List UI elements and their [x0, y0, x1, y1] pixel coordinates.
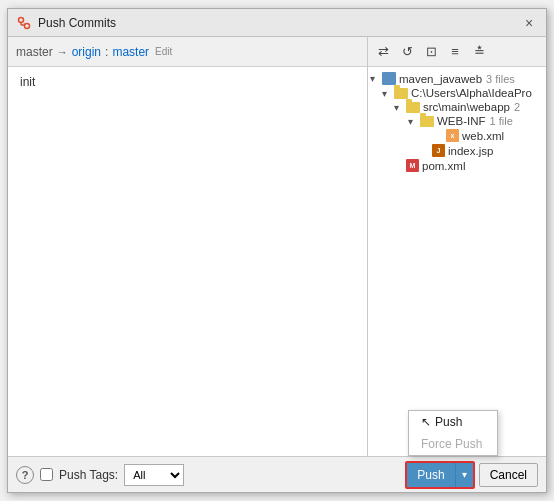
commit-item[interactable]: init [8, 71, 367, 93]
button-row: Push ▾ Cancel [405, 461, 538, 489]
commit-message: init [20, 75, 35, 89]
node-label: pom.xml [422, 160, 465, 172]
toggle-arrow: ▾ [382, 88, 394, 99]
folder-icon [394, 88, 408, 99]
node-count: 2 [514, 101, 520, 113]
title-bar: Push Commits × [8, 9, 546, 37]
node-count: 3 files [486, 73, 515, 85]
folder-icon [420, 116, 434, 127]
dialog-title: Push Commits [38, 16, 116, 30]
node-label: src\main\webapp [423, 101, 510, 113]
maven-icon: M [406, 159, 419, 172]
node-count: 1 file [490, 115, 513, 127]
main-content: master → origin : master Edit init ⇄ ↺ [8, 37, 546, 456]
cancel-button[interactable]: Cancel [479, 463, 538, 487]
filter-icon: ≛ [474, 44, 485, 59]
toggle-arrow: ▾ [370, 73, 382, 84]
tree-node-pomxml[interactable]: M pom.xml [368, 158, 546, 173]
node-label: maven_javaweb [399, 73, 482, 85]
remote-branch-link[interactable]: master [112, 45, 149, 59]
help-button[interactable]: ? [16, 466, 34, 484]
node-label: web.xml [462, 130, 504, 142]
left-panel: master → origin : master Edit init [8, 37, 368, 456]
title-bar-left: Push Commits [16, 15, 116, 31]
right-panel: ⇄ ↺ ⊡ ≡ ≛ ▾ [368, 37, 546, 456]
toolbar-btn-2[interactable]: ↺ [396, 41, 418, 63]
push-tags-checkbox[interactable] [40, 468, 53, 481]
push-button-group: Push ▾ [405, 461, 474, 489]
toggle-arrow: ▾ [394, 102, 406, 113]
expand-icon: ⇄ [378, 44, 389, 59]
node-label: index.jsp [448, 145, 493, 157]
tree-node-indexjsp[interactable]: J index.jsp [368, 143, 546, 158]
commits-list: init [8, 67, 367, 456]
push-tags-label: Push Tags: [59, 468, 118, 482]
svg-point-0 [19, 17, 24, 22]
refresh-icon: ↺ [402, 44, 413, 59]
tags-select[interactable]: All [124, 464, 184, 486]
push-dropdown-button[interactable]: ▾ [455, 463, 473, 487]
footer: ? Push Tags: All Push ▾ Cancel [8, 456, 546, 492]
sort-icon: ≡ [451, 44, 459, 59]
tree-node-webxml[interactable]: x web.xml [368, 128, 546, 143]
branch-separator: : [105, 45, 108, 59]
dropdown-push-item[interactable]: ↖ Push [409, 411, 497, 433]
dropdown-force-push-item: Force Push [409, 433, 497, 455]
tree-node-webapp[interactable]: ▾ src\main\webapp 2 [368, 100, 546, 114]
project-icon [382, 72, 396, 85]
jsp-icon: J [432, 144, 445, 157]
push-button[interactable]: Push [407, 463, 454, 487]
node-label: WEB-INF [437, 115, 486, 127]
view-icon: ⊡ [426, 44, 437, 59]
origin-link[interactable]: origin [72, 45, 101, 59]
toolbar-btn-1[interactable]: ⇄ [372, 41, 394, 63]
xml-icon: x [446, 129, 459, 142]
node-label: C:\Users\Alpha\IdeaPro [411, 87, 532, 99]
close-button[interactable]: × [520, 14, 538, 32]
tree-node-webinf[interactable]: ▾ WEB-INF 1 file [368, 114, 546, 128]
toolbar-btn-3[interactable]: ⊡ [420, 41, 442, 63]
cursor-indicator: ↖ [421, 415, 431, 429]
dropdown-arrow-icon: ▾ [462, 469, 467, 480]
dropdown-push-label: Push [435, 415, 462, 429]
toolbar-btn-5[interactable]: ≛ [468, 41, 490, 63]
tree-node-path[interactable]: ▾ C:\Users\Alpha\IdeaPro [368, 86, 546, 100]
folder-icon [406, 102, 420, 113]
toolbar-btn-4[interactable]: ≡ [444, 41, 466, 63]
files-tree: ▾ maven_javaweb 3 files ▾ C:\Users\Alpha… [368, 67, 546, 456]
local-branch: master [16, 45, 53, 59]
branch-bar: master → origin : master Edit [8, 37, 367, 67]
toggle-arrow: ▾ [408, 116, 420, 127]
git-icon [16, 15, 32, 31]
right-toolbar: ⇄ ↺ ⊡ ≡ ≛ [368, 37, 546, 67]
branch-arrow: → [57, 46, 68, 58]
tree-node-root[interactable]: ▾ maven_javaweb 3 files [368, 71, 546, 86]
push-dropdown-popup: ↖ Push Force Push [408, 410, 498, 456]
dropdown-force-push-label: Force Push [421, 437, 482, 451]
push-commits-dialog: Push Commits × master → origin : master … [7, 8, 547, 493]
edit-badge: Edit [155, 46, 172, 57]
